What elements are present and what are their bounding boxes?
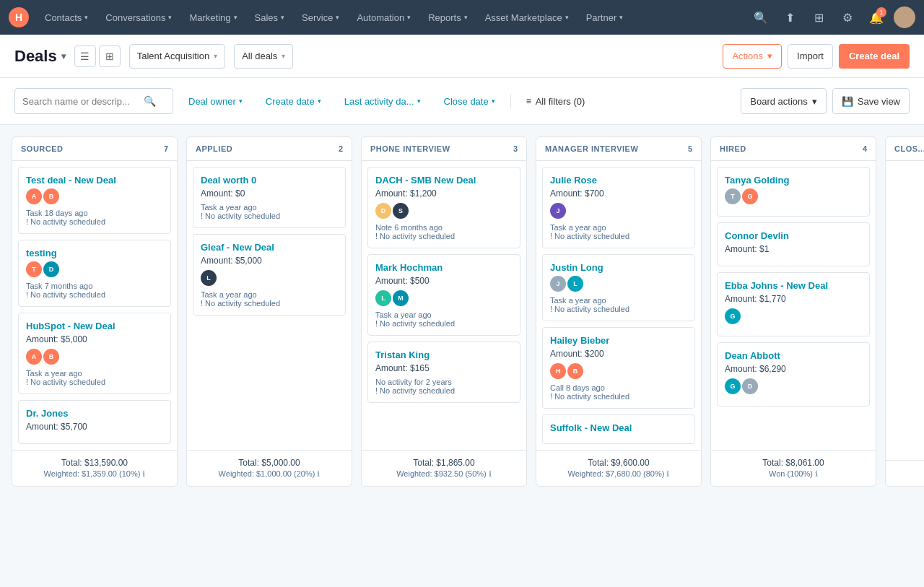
apps-icon-button[interactable]: ⊞ [807, 6, 830, 29]
nav-reports[interactable]: Reports ▾ [421, 0, 475, 35]
column-closed: CLOS... 0 ℹ [885, 136, 924, 487]
deal-card[interactable]: Justin Long JL Task a year ago ! No acti… [542, 254, 695, 321]
card-avatars: DS [375, 203, 513, 219]
nav-automation[interactable]: Automation ▾ [349, 0, 418, 35]
deal-card[interactable]: Julie Rose Amount: $700 J Task a year ag… [542, 167, 695, 248]
col-header-sourced: SOURCED 7 [12, 137, 177, 161]
deal-card[interactable]: Test deal - New Deal AB Task 18 days ago… [18, 167, 171, 234]
info-icon[interactable]: ℹ [489, 469, 492, 478]
search-icon-button[interactable]: 🔍 [749, 6, 772, 29]
settings-icon-button[interactable]: ⚙ [836, 6, 859, 29]
info-icon[interactable]: ℹ [142, 469, 145, 478]
info-icon[interactable]: ℹ [666, 469, 669, 478]
deal-card[interactable]: Tanya Golding TG [717, 167, 870, 217]
deal-owner-filter[interactable]: Deal owner ▾ [180, 88, 250, 114]
col-header-phone-interview: PHONE INTERVIEW 3 [362, 137, 526, 161]
close-date-filter[interactable]: Close date ▾ [436, 88, 503, 114]
deal-card[interactable]: Suffolk - New Deal [542, 414, 695, 444]
kanban-board: SOURCED 7 Test deal - New Deal AB Task 1… [12, 136, 924, 487]
board-view-button[interactable]: ⊞ [99, 45, 121, 67]
deal-owner-chevron-icon: ▾ [239, 97, 243, 105]
deal-card[interactable]: Mark Hochman Amount: $500 LM Task a year… [367, 254, 520, 336]
deal-card[interactable]: Dr. Jones Amount: $5,700 [18, 400, 171, 444]
col-header-applied: APPLIED 2 [187, 137, 352, 161]
nav-conversations[interactable]: Conversations ▾ [98, 0, 179, 35]
all-filters-button[interactable]: ≡ All filters (0) [518, 88, 593, 114]
card-meta-date: Task a year ago [26, 369, 163, 378]
card-avatar: A [26, 188, 42, 204]
marketplace-chevron-icon: ▾ [565, 14, 569, 21]
card-avatar: H [550, 363, 566, 379]
deal-card[interactable]: Dean Abbott Amount: $6,290 GD [717, 342, 870, 406]
card-avatar: A [26, 349, 42, 365]
create-deal-button[interactable]: Create deal [839, 44, 910, 69]
filter-dropdown[interactable]: All deals ▾ [234, 44, 293, 69]
card-title: Julie Rose [550, 175, 687, 186]
nav-marketing[interactable]: Marketing ▾ [182, 0, 244, 35]
card-avatar: M [393, 290, 409, 306]
deal-card[interactable]: HubSpot - New Deal Amount: $5,000 AB Tas… [18, 313, 171, 394]
col-cards-applied: Deal worth 0 Amount: $0 Task a year ago … [187, 161, 352, 450]
list-view-button[interactable]: ☰ [74, 45, 96, 67]
nav-sales[interactable]: Sales ▾ [248, 0, 292, 35]
nav-contacts[interactable]: Contacts ▾ [38, 0, 95, 35]
deals-title[interactable]: Deals ▾ [14, 47, 66, 66]
deal-card[interactable]: Tristan King Amount: $165 No activity fo… [367, 342, 520, 403]
hubspot-logo[interactable]: H [9, 7, 29, 27]
col-weighted-manager-interview: Weighted: $7,680.00 (80%) ℹ [545, 469, 692, 479]
card-meta-warning: ! No activity scheduled [550, 232, 687, 240]
create-date-filter[interactable]: Create date ▾ [258, 88, 329, 114]
user-avatar[interactable] [894, 6, 915, 28]
save-view-button[interactable]: 💾 Save view [832, 88, 910, 114]
card-title: Ebba Johns - New Deal [725, 280, 862, 291]
col-footer-closed: ℹ [886, 460, 924, 486]
col-cards-closed [886, 161, 924, 460]
card-avatar: J [550, 203, 566, 219]
automation-chevron-icon: ▾ [407, 14, 411, 21]
card-meta-date: Note 6 months ago [375, 223, 513, 232]
card-amount: Amount: $500 [375, 276, 513, 286]
card-title: Mark Hochman [375, 262, 513, 273]
col-count-phone-interview: 3 [513, 144, 518, 153]
import-button[interactable]: Import [788, 44, 833, 69]
actions-button[interactable]: Actions ▾ [723, 44, 782, 69]
col-header-manager-interview: MANAGER INTERVIEW 5 [536, 137, 701, 161]
card-title: HubSpot - New Deal [26, 321, 163, 331]
card-amount: Amount: $165 [375, 363, 513, 373]
deal-card[interactable]: Hailey Bieber Amount: $200 HB Call 8 day… [542, 327, 695, 409]
info-icon[interactable]: ℹ [317, 469, 320, 478]
info-icon[interactable]: ℹ [815, 469, 818, 478]
notifications-icon-button[interactable]: 🔔 1 [865, 6, 888, 29]
card-title: Gleaf - New Deal [201, 242, 338, 253]
col-title-phone-interview: PHONE INTERVIEW [370, 144, 450, 153]
nav-service[interactable]: Service ▾ [295, 0, 346, 35]
deal-card[interactable]: Deal worth 0 Amount: $0 Task a year ago … [193, 167, 346, 228]
col-weighted-applied: Weighted: $1,000.00 (20%) ℹ [196, 469, 343, 479]
right-filter-actions: Board actions ▾ 💾 Save view [741, 88, 910, 114]
board-actions-button[interactable]: Board actions ▾ [741, 88, 827, 114]
card-amount: Amount: $5,700 [26, 422, 163, 432]
card-meta-warning: ! No activity scheduled [550, 305, 687, 313]
card-avatar: G [725, 378, 741, 394]
last-activity-filter[interactable]: Last activity da... ▾ [336, 88, 429, 114]
col-weighted-phone-interview: Weighted: $932.50 (50%) ℹ [370, 469, 518, 479]
card-avatars: AB [26, 349, 163, 365]
service-chevron-icon: ▾ [336, 14, 339, 21]
deal-card[interactable]: testing TD Task 7 months ago ! No activi… [18, 240, 171, 307]
deal-card[interactable]: Gleaf - New Deal Amount: $5,000 L Task a… [193, 234, 346, 316]
deal-card[interactable]: DACH - SMB New Deal Amount: $1,200 DS No… [367, 167, 520, 248]
search-input[interactable] [22, 96, 138, 107]
col-weighted-hired: Won (100%) ℹ [720, 469, 867, 479]
filter-separator [510, 94, 511, 108]
col-footer-manager-interview: Total: $9,600.00 Weighted: $7,680.00 (80… [536, 450, 701, 486]
svg-point-0 [900, 11, 909, 19]
filter-chevron-icon: ▾ [282, 52, 285, 60]
card-avatar: T [725, 188, 741, 204]
card-title: testing [26, 248, 163, 258]
pipeline-dropdown[interactable]: Talent Acquisition ▾ [129, 44, 225, 69]
nav-partner[interactable]: Partner ▾ [579, 0, 631, 35]
upgrade-icon-button[interactable]: ⬆ [778, 6, 801, 29]
deal-card[interactable]: Ebba Johns - New Deal Amount: $1,770 G [717, 272, 870, 336]
deal-card[interactable]: Connor Devlin Amount: $1 [717, 222, 870, 266]
nav-asset-marketplace[interactable]: Asset Marketplace ▾ [478, 0, 576, 35]
